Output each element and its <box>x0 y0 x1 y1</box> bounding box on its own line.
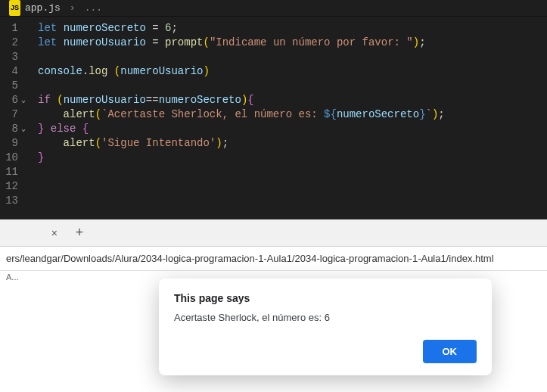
code-line[interactable] <box>38 179 445 194</box>
line-number: 8⌄ <box>0 122 18 136</box>
chevron-right-icon: › <box>70 1 76 15</box>
browser-tab-bar: × + <box>0 219 547 247</box>
alert-message: Acertaste Sherlock, el número es: 6 <box>174 312 477 323</box>
line-number: 4 <box>0 64 18 79</box>
code-line[interactable] <box>38 194 445 208</box>
ok-button[interactable]: OK <box>423 340 477 363</box>
breadcrumb: JS app.js › ... <box>0 0 547 17</box>
js-file-icon: JS <box>9 0 20 16</box>
line-number: 6⌄ <box>0 93 18 107</box>
line-number: 2 <box>0 36 18 50</box>
breadcrumb-more[interactable]: ... <box>85 1 102 15</box>
code-line[interactable]: if (numeroUsuario==numeroSecreto){ <box>38 93 445 107</box>
line-number: 1 <box>0 21 18 36</box>
code-editor: JS app.js › ... 1 2 3 4 5 6⌄ 7 8⌄ 9 10 1… <box>0 0 547 219</box>
line-number: 13 <box>0 194 18 208</box>
new-tab-button[interactable]: + <box>68 225 91 241</box>
line-number: 12 <box>0 179 18 194</box>
fold-icon[interactable]: ⌄ <box>21 122 26 136</box>
browser-window: × + ers/leandgar/Downloads/Alura/2034-lo… <box>0 219 547 392</box>
editor-tab[interactable]: JS app.js › ... <box>3 0 108 16</box>
code-line[interactable] <box>38 79 445 93</box>
url-text: ers/leandgar/Downloads/Alura/2034-logica… <box>6 253 494 264</box>
code-line[interactable]: console.log (numeroUsuario) <box>38 64 445 79</box>
line-number: 11 <box>0 165 18 179</box>
alert-button-row: OK <box>174 340 477 363</box>
code-line[interactable]: let numeroSecreto = 6; <box>38 21 445 36</box>
code-line[interactable]: } else { <box>38 122 445 136</box>
line-number: 7 <box>0 107 18 122</box>
code-line[interactable]: alert(`Acertaste Sherlock, el número es:… <box>38 107 445 122</box>
code-area[interactable]: 1 2 3 4 5 6⌄ 7 8⌄ 9 10 11 12 13 let nume… <box>0 17 547 208</box>
line-number: 9 <box>0 136 18 151</box>
code-line[interactable]: } <box>38 151 445 165</box>
code-line[interactable] <box>38 165 445 179</box>
plus-icon: + <box>76 225 84 241</box>
address-bar[interactable]: ers/leandgar/Downloads/Alura/2034-logica… <box>0 247 547 271</box>
line-number: 10 <box>0 151 18 165</box>
code-line[interactable]: alert('Sigue Intentando'); <box>38 136 445 151</box>
file-name: app.js <box>25 1 61 15</box>
code-line[interactable]: let numeroUsuario = prompt("Indicame un … <box>38 36 445 50</box>
line-number: 5 <box>0 79 18 93</box>
code-content[interactable]: let numeroSecreto = 6; let numeroUsuario… <box>23 21 445 208</box>
alert-title: This page says <box>174 292 477 304</box>
code-line[interactable] <box>38 50 445 64</box>
line-number: 3 <box>0 50 18 64</box>
close-tab-icon[interactable]: × <box>51 227 57 239</box>
line-number-gutter: 1 2 3 4 5 6⌄ 7 8⌄ 9 10 11 12 13 <box>0 21 23 208</box>
browser-tab[interactable]: × <box>0 219 68 246</box>
fold-icon[interactable]: ⌄ <box>21 93 26 107</box>
alert-dialog: This page says Acertaste Sherlock, el nú… <box>159 278 492 375</box>
